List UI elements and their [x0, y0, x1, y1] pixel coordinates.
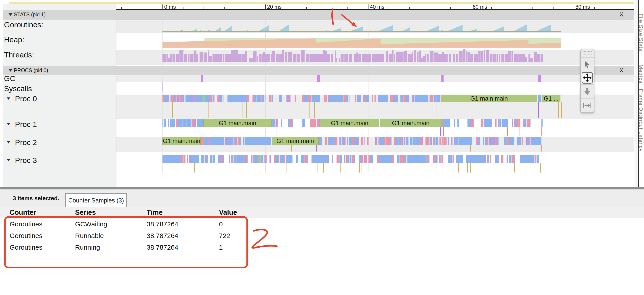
- cell-time: 38.787264: [146, 244, 178, 251]
- cursor-arrow-icon: [584, 60, 591, 68]
- side-tab-metrics[interactable]: Metrics: [639, 64, 644, 83]
- ruler-tick-label: 0 ms: [164, 4, 176, 10]
- cell-series: Runnable: [75, 232, 104, 240]
- ruler-minor-tick: [224, 7, 224, 10]
- tab-counter-samples[interactable]: Counter Samples (3): [65, 193, 127, 207]
- track-label: Proc 2: [15, 138, 37, 147]
- ruler-major-tick: [368, 4, 368, 10]
- ruler-minor-tick: [348, 7, 348, 10]
- column-header-counter[interactable]: Counter: [10, 208, 36, 216]
- expand-triangle-icon[interactable]: [7, 123, 10, 126]
- ruler-minor-tick: [142, 7, 142, 10]
- column-header-time[interactable]: Time: [146, 208, 163, 216]
- ruler-minor-tick: [306, 7, 307, 10]
- track-label: Proc 3: [15, 156, 37, 165]
- table-row[interactable]: GoroutinesGCWaiting38.7872640: [0, 218, 268, 230]
- table-row[interactable]: GoroutinesRunnable38.787264722: [0, 230, 268, 242]
- cell-counter: Goroutines: [10, 244, 42, 251]
- ruler-minor-tick: [409, 7, 410, 10]
- close-icon[interactable]: X: [620, 67, 624, 74]
- ruler-minor-tick: [430, 7, 430, 10]
- down-arrow-icon: [583, 88, 591, 96]
- side-tab-file-size-stats[interactable]: File Size Stats: [639, 14, 644, 51]
- table-row[interactable]: GoroutinesRunning38.7872641: [0, 242, 268, 253]
- ruler-minor-tick: [553, 7, 554, 10]
- collapse-triangle-icon[interactable]: [8, 69, 12, 72]
- close-icon[interactable]: X: [620, 11, 624, 18]
- collapse-triangle-icon[interactable]: [8, 14, 12, 16]
- selection-summary: 3 items selected.: [13, 195, 59, 202]
- section-title: STATS (pid 1): [14, 12, 46, 18]
- timeline-tool-palette: [580, 49, 594, 113]
- ruler-minor-tick: [121, 7, 122, 10]
- palette-drag-handle[interactable]: [582, 51, 592, 56]
- timing-tool-button[interactable]: [581, 98, 594, 112]
- cell-value: 722: [219, 232, 230, 240]
- pan-tool-button[interactable]: [581, 71, 594, 84]
- ruler-tick-label: 20 ms: [267, 4, 282, 10]
- ruler-major-tick: [471, 4, 471, 10]
- cell-value: 0: [219, 220, 223, 228]
- ruler-minor-tick: [245, 7, 245, 10]
- goroutine-slice[interactable]: G1 main.main: [441, 95, 537, 102]
- goroutine-slice[interactable]: G1 main.main: [380, 119, 442, 128]
- expand-triangle-icon[interactable]: [7, 159, 10, 161]
- selection-tool-button[interactable]: [581, 58, 594, 71]
- goroutine-slice[interactable]: G1 ...: [542, 95, 560, 102]
- section-header-procs[interactable]: PROCS (pid 0) X: [3, 66, 634, 75]
- ruler-minor-tick: [327, 7, 327, 10]
- ruler-minor-tick: [204, 7, 204, 10]
- ruler-major-tick: [574, 4, 574, 10]
- goroutine-slice[interactable]: G1 main.main: [203, 119, 272, 128]
- ruler-tick-label: 80 ms: [576, 4, 590, 10]
- ruler-minor-tick: [450, 7, 451, 10]
- goroutine-slice[interactable]: G1 main.main: [272, 137, 319, 145]
- track-goroutines[interactable]: [116, 20, 634, 33]
- expand-triangle-icon[interactable]: [7, 98, 10, 100]
- track-label: Syscalls: [4, 84, 32, 93]
- ruler-major-tick: [265, 4, 266, 10]
- track-label: Goroutines:: [4, 20, 43, 29]
- section-title: PROCS (pid 0): [14, 68, 48, 74]
- track-label: Proc 0: [15, 94, 37, 103]
- ruler-minor-tick: [183, 7, 184, 10]
- track-label: Threads:: [4, 50, 34, 59]
- side-tab-input-latency[interactable]: Input Latency: [639, 116, 644, 152]
- ruler-minor-tick: [594, 7, 594, 10]
- ruler-tick-label: 40 ms: [370, 4, 384, 10]
- side-tab-frame-data[interactable]: Frame Data: [639, 89, 644, 120]
- ruler-minor-tick: [615, 7, 615, 10]
- ruler-minor-tick: [532, 7, 533, 10]
- ruler-minor-tick: [388, 7, 389, 10]
- column-header-value[interactable]: Value: [219, 208, 237, 216]
- ruler-minor-tick: [286, 7, 286, 10]
- move-arrows-icon: [583, 73, 592, 82]
- ruler-minor-tick: [512, 7, 512, 10]
- ruler-major-tick: [162, 4, 163, 10]
- table-header-row: CounterSeriesTimeValue: [0, 207, 644, 218]
- goroutine-slice[interactable]: G1 main.main: [162, 137, 201, 145]
- expand-triangle-icon[interactable]: [7, 141, 10, 144]
- cell-time: 38.787264: [146, 220, 178, 228]
- column-header-series[interactable]: Series: [75, 208, 96, 216]
- track-threads[interactable]: [116, 50, 634, 65]
- zoom-tool-button[interactable]: [581, 85, 594, 98]
- section-header-stats[interactable]: STATS (pid 1) X: [3, 10, 634, 20]
- track-gc[interactable]: [116, 74, 634, 82]
- track-label: Heap:: [4, 35, 24, 44]
- goroutine-slice[interactable]: G1 main.main: [320, 119, 379, 128]
- track-heap[interactable]: [116, 33, 634, 50]
- cell-time: 38.787264: [146, 232, 178, 240]
- horizontal-measure-icon: [583, 102, 592, 109]
- cell-value: 1: [219, 244, 223, 251]
- cell-series: Running: [75, 244, 100, 251]
- cell-series: GCWaiting: [75, 220, 107, 228]
- track-label: Proc 1: [15, 120, 37, 129]
- cell-counter: Goroutines: [10, 232, 42, 240]
- ruler-tick-label: 60 ms: [472, 4, 487, 10]
- track-proc3[interactable]: [116, 152, 634, 174]
- ruler-minor-tick: [492, 7, 492, 10]
- cell-counter: Goroutines: [10, 220, 42, 228]
- track-syscalls[interactable]: [116, 82, 634, 94]
- top-scroll-strip[interactable]: [9, 2, 634, 4]
